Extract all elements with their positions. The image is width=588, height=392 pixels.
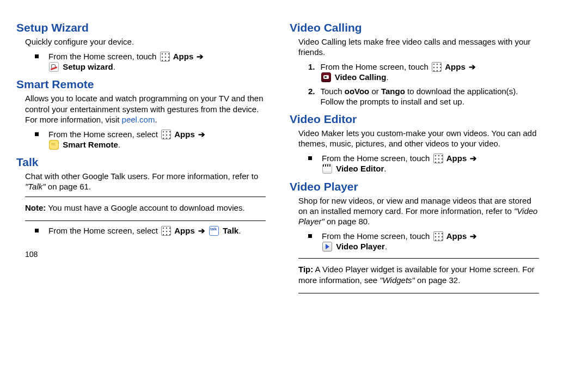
heading-video-editor: Video Editor [290,112,539,127]
period: . [386,72,388,82]
step-body: From the Home screen, touch Apps ➔ Setup… [48,51,266,72]
tango: Tango [381,87,405,96]
apps-grid-icon [161,226,171,236]
right-column: Video Calling Video Calling lets make fr… [290,17,539,297]
intro-talk: Chat with other Google Talk users. For m… [16,171,266,192]
tip-body: on page 32. [415,275,460,285]
arrow-icon: ➔ [470,154,477,163]
period: . [385,242,387,251]
smart-remote-icon [49,140,59,150]
app-label: Setup wizard [63,62,113,71]
heading-video-calling: Video Calling [290,21,539,35]
apps-grid-icon [433,231,443,241]
heading-talk: Talk [16,155,266,170]
text: or [369,87,381,96]
text: From the Home screen, select [48,226,158,235]
tip-label: Tip: [298,265,313,274]
apps-label: Apps [174,226,195,235]
step-body: Touch ooVoo or Tango to download the app… [321,86,539,107]
apps-label: Apps [173,52,194,61]
text: From the Home screen, touch [322,231,430,241]
apps-label: Apps [445,62,465,71]
apps-label: Apps [174,130,195,139]
step-setup-wizard: From the Home screen, touch Apps ➔ Setup… [16,50,266,74]
apps-grid-icon [432,62,442,72]
arrow-icon: ➔ [470,231,477,241]
oovoo: ooVoo [345,87,370,96]
divider [298,258,539,259]
arrow-icon: ➔ [469,62,476,71]
step-body: From the Home screen, touch Apps ➔ Video… [322,231,539,252]
video-calling-icon [321,72,331,82]
step-body: From the Home screen, select Apps ➔ Talk… [48,225,266,236]
note-body: You must have a Google account to downlo… [46,203,244,212]
heading-setup-wizard: Setup Wizard [16,21,266,35]
step-video-calling-1: 1. From the Home screen, touch Apps ➔ Vi… [290,60,539,84]
arrow-icon: ➔ [197,52,204,61]
left-column: Setup Wizard Quickly configure your devi… [16,17,266,297]
intro-video-player: Shop for new videos, or view and manage … [290,195,539,227]
app-label: Video Calling [335,72,387,82]
divider [25,197,266,197]
crossref-widgets: "Widgets" [379,275,415,285]
bullet-icon [35,132,39,136]
text: From the Home screen, touch [322,154,430,163]
step-body: From the Home screen, touch Apps ➔ Video… [322,153,539,174]
step-video-calling-2: 2. Touch ooVoo or Tango to download the … [290,85,539,109]
intro-video-calling: Video Calling lets make free video calls… [290,36,539,57]
page-number: 108 [16,238,266,260]
app-label: Video Editor [336,164,384,173]
peel-link[interactable]: peel.com [122,115,155,124]
step-talk: From the Home screen, select Apps ➔ Talk… [16,224,266,238]
apps-label: Apps [446,154,467,163]
step-number: 2. [308,86,315,96]
step-number: 1. [308,62,315,72]
video-player-icon [322,242,332,252]
step-video-player: From the Home screen, touch Apps ➔ Video… [290,230,539,254]
period: . [238,226,241,235]
tip-video-player: Tip: A Video Player widget is available … [290,262,539,288]
intro-setup-wizard: Quickly configure your device. [16,36,266,47]
text: on page 61. [46,182,91,191]
text: From the Home screen, touch [321,62,428,71]
arrow-icon: ➔ [198,130,205,139]
text: Chat with other Google Talk users. For m… [25,171,258,181]
heading-smart-remote: Smart Remote [16,77,266,92]
apps-label: Apps [446,231,467,241]
text: From the Home screen, touch [48,52,156,61]
note-talk: Note: You must have a Google account to … [16,200,266,216]
text: . [155,115,157,124]
text: Touch [321,87,345,96]
apps-grid-icon [160,52,170,62]
step-video-editor: From the Home screen, touch Apps ➔ Video… [290,152,539,176]
step-smart-remote: From the Home screen, select Apps ➔ Smar… [16,128,266,152]
period: . [118,140,120,149]
step-body: From the Home screen, select Apps ➔ Smar… [48,129,266,150]
setup-wizard-icon [49,62,59,72]
bullet-icon [308,234,312,238]
heading-video-player: Video Player [290,180,539,194]
period: . [384,164,386,173]
bullet-icon [35,54,39,58]
talk-icon [209,226,219,236]
text: on page 80. [324,217,370,226]
crossref-talk: "Talk" [25,182,46,191]
text: Shop for new videos, or view and manage … [298,196,531,216]
app-label: Talk [223,226,238,235]
apps-grid-icon [433,154,443,163]
arrow-icon: ➔ [198,226,205,235]
intro-smart-remote: Allows you to locate and watch programmi… [16,93,266,125]
text: From the Home screen, select [48,130,158,139]
app-label: Smart Remote [63,140,118,149]
note-label: Note: [25,203,46,212]
two-column-layout: Setup Wizard Quickly configure your devi… [16,17,539,297]
divider [298,293,539,293]
apps-grid-icon [161,130,171,139]
bullet-icon [35,229,39,232]
divider [25,220,266,221]
app-label: Video Player [336,242,385,251]
step-body: From the Home screen, touch Apps ➔ Video… [321,62,539,82]
period: . [113,62,115,71]
video-editor-icon [322,164,332,174]
bullet-icon [308,156,312,160]
